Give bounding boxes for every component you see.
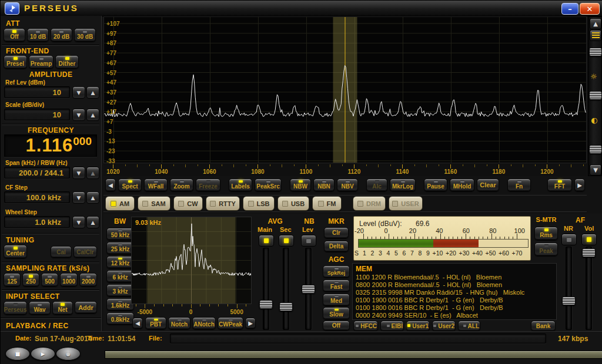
dither-button[interactable]: Dither [55, 55, 79, 69]
toolbar-freeze-button[interactable]: Freeze [196, 178, 220, 191]
bw-3khz-button[interactable]: 3 kHz [106, 284, 134, 296]
agc-off-button[interactable]: Off [323, 321, 350, 331]
att-off-button[interactable]: Off [4, 28, 25, 42]
spectrum-display[interactable]: +107+97+87+77+67+57+47+37+27+17+7-3-13-2… [103, 16, 587, 163]
scroll-down-button[interactable]: ▼ [590, 164, 601, 176]
span-field[interactable]: 200.0 / 244.1 [4, 167, 70, 178]
toolbar-mhold-button[interactable]: MHold [450, 178, 474, 191]
memory-list-item[interactable]: 0325 2315 9998 MR Dankó Rádió/15 - HNG (… [353, 289, 556, 296]
mem-all-button[interactable]: ALL [458, 321, 480, 331]
presel-button[interactable]: Presel [4, 55, 27, 69]
mem-eibi-button[interactable]: EIBI [380, 321, 404, 331]
file-field[interactable] [170, 333, 546, 343]
scroll-up-button[interactable]: ▲ [590, 18, 601, 29]
sampling-125-button[interactable]: 125 [4, 273, 21, 287]
af-nr-toggle[interactable] [561, 234, 577, 245]
frequency-display[interactable]: 1.116000 [4, 134, 97, 157]
minimize-button[interactable]: – [561, 3, 578, 15]
avg-sec-slider-handle[interactable] [279, 302, 293, 311]
tuning-center-button[interactable]: Center [4, 245, 27, 258]
scale-slider-handle[interactable] [589, 48, 602, 56]
sampling-1000-button[interactable]: 1000 [60, 273, 78, 287]
scale-up-spinner[interactable]: ▲ [86, 109, 99, 121]
bw-1-6khz-button[interactable]: 1.6kHz [106, 298, 134, 311]
mode-user-button[interactable]: USER [389, 196, 423, 211]
ref-lev-field[interactable]: 10 [4, 86, 70, 98]
sampling-250-button[interactable]: 250 [22, 273, 39, 287]
toolbar-alc-button[interactable]: Alc [366, 178, 387, 191]
bw-50khz-button[interactable]: 50 kHz [106, 228, 134, 240]
toolbar-nbw-button[interactable]: NBW [290, 178, 311, 191]
filter-anotch-button[interactable]: ANotch [192, 317, 216, 329]
preamp-button[interactable]: Preamp [29, 55, 53, 69]
agc-slow-button[interactable]: Slow [323, 307, 350, 319]
filter-notch-button[interactable]: Notch [168, 317, 190, 329]
avg-main-toggle[interactable] [259, 235, 274, 247]
input-addr-button[interactable]: Addr [75, 301, 97, 314]
cf-step-up-spinner[interactable]: ▲ [86, 191, 99, 204]
s-mtr-rms-button[interactable]: Rms [534, 227, 558, 240]
filter-pbt-button[interactable]: PBT [145, 317, 166, 329]
memory-list-panel[interactable]: MEM 1100 1200 R Bloemendaal/.5 - HOL (nl… [352, 263, 557, 320]
app-menu-icon[interactable] [5, 2, 19, 15]
scale-field[interactable]: 10 [4, 109, 70, 120]
agc-spkrej-button[interactable]: SpkRej [323, 265, 350, 278]
mode-lsb-button[interactable]: LSB [243, 196, 275, 211]
nb-lev-slider-handle[interactable] [302, 285, 315, 294]
stop-button[interactable]: ■ [5, 347, 30, 360]
af-vol-slider-handle[interactable] [582, 248, 596, 257]
avg-sec-slider[interactable] [283, 248, 289, 330]
nb-lev-slider[interactable] [305, 248, 312, 330]
memory-list-item[interactable]: 0800 2000 R Bloemendaal/.5 - HOL (nl) Bl… [353, 281, 556, 289]
af-vol-slider[interactable] [586, 247, 592, 330]
mem-user1-button[interactable]: User1 [406, 321, 430, 331]
bw-0-8khz-button[interactable]: 0.8kHz [106, 312, 134, 325]
mem-user2-button[interactable]: User2 [432, 321, 456, 331]
contrast-slider-handle[interactable] [589, 145, 602, 154]
nb-lev-toggle[interactable] [301, 235, 316, 247]
filter-cwpeak-button[interactable]: CWPeak [218, 317, 243, 329]
wheel-step-down-spinner[interactable]: ▼ [72, 216, 85, 228]
wheel-step-field[interactable]: 1.0 kHz [4, 216, 70, 228]
af-nr-slider[interactable] [566, 247, 572, 330]
sampling-2000-button[interactable]: 2000 [79, 273, 97, 287]
play-button[interactable]: ▶ [31, 347, 55, 360]
mode-usb-button[interactable]: USB [277, 196, 309, 211]
toolbar-clear-button[interactable]: Clear [477, 178, 499, 191]
toolbar-fn-button[interactable]: Fn [507, 178, 531, 191]
input-wav-button[interactable]: Wav [29, 301, 51, 315]
filter-passband-display[interactable]: 9.03 kHz [131, 217, 252, 304]
sampling-500-button[interactable]: 500 [41, 273, 58, 287]
toolbar-nbn-button[interactable]: NBN [313, 178, 335, 191]
bw-6khz-button[interactable]: 6 kHz [106, 270, 134, 282]
toolbar-peaksrc-button[interactable]: PeakSrc [255, 178, 282, 191]
s-mtr-peak-button[interactable]: Peak [534, 242, 558, 256]
memory-list-item[interactable]: 1100 1200 R Bloemendaal/.5 - HOL (nl) Bl… [353, 274, 556, 281]
record-button[interactable]: ● [56, 347, 81, 360]
bw-25khz-button[interactable]: 25 kHz [106, 242, 134, 254]
af-vol-toggle[interactable] [581, 234, 597, 245]
mode-cw-button[interactable]: CW [173, 196, 203, 211]
mkr-delta-button[interactable]: Delta [324, 241, 349, 252]
mode-sam-button[interactable]: SAM [138, 196, 170, 211]
spectrum-lines-button[interactable] [590, 30, 601, 41]
toolbar-spect-button[interactable]: Spect [118, 178, 142, 191]
cf-step-down-spinner[interactable]: ▼ [72, 191, 85, 204]
span-down-spinner[interactable]: ▼ [72, 167, 85, 179]
toolbar-pause-button[interactable]: Pause [424, 178, 447, 191]
memory-list-item[interactable]: 0100 1900 0016 BBC R Derby/1 - G (en) De… [353, 296, 556, 304]
mode-fm-button[interactable]: FM [312, 196, 342, 211]
toolbar-wfall-button[interactable]: WFall [144, 178, 168, 191]
playback-progress-bar[interactable] [105, 350, 602, 359]
filter-right-arrow-button[interactable]: ▶ [245, 318, 256, 329]
brightness-slider-handle[interactable] [589, 91, 602, 100]
agc-fast-button[interactable]: Fast [323, 279, 350, 292]
avg-main-slider[interactable] [263, 248, 269, 330]
toolbar-labels-button[interactable]: Labels [229, 178, 252, 191]
mkr-clr-button[interactable]: Clr [324, 227, 349, 238]
avg-main-slider-handle[interactable] [259, 300, 273, 309]
memory-list-item[interactable]: 0100 1800 0016 BBC R Derby/1 - G (en) De… [353, 304, 556, 312]
af-nr-slider-handle[interactable] [562, 296, 576, 305]
filter-left-arrow-button[interactable]: ◀ [132, 318, 143, 329]
toolbar-mkrlog-button[interactable]: MkrLog [390, 178, 416, 191]
